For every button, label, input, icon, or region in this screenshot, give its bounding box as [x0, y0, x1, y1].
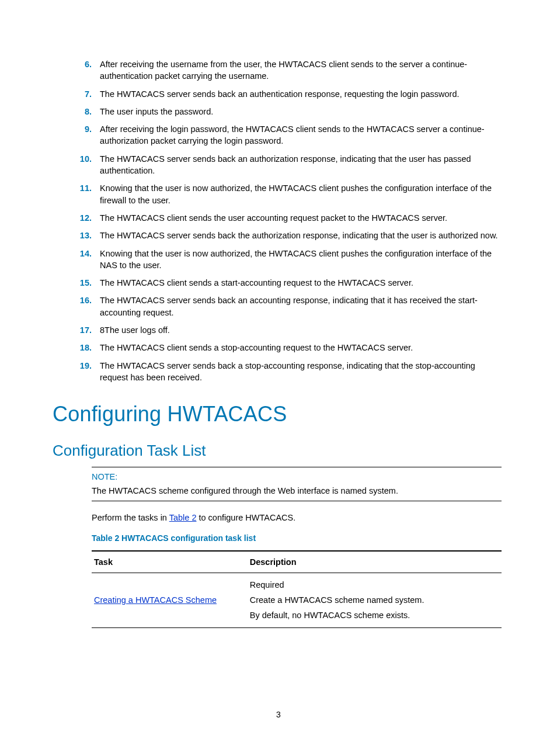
desc-line: By default, no HWTACACS scheme exists. [250, 609, 499, 621]
description-cell: Required Create a HWTACACS scheme named … [248, 573, 502, 627]
step-text: 8The user logs off. [100, 324, 502, 336]
step-text: Knowing that the user is now authorized,… [100, 182, 502, 206]
step-number: 9. [71, 123, 100, 147]
horizontal-rule [92, 467, 502, 467]
note-body: The HWTACACS scheme configured through t… [92, 485, 502, 497]
intro-paragraph: Perform the tasks in Table 2 to configur… [92, 512, 502, 523]
heading-configuring-hwtacacs: Configuring HWTACACS [53, 400, 502, 429]
note-box: NOTE: The HWTACACS scheme configured thr… [92, 467, 502, 501]
step-text: The HWTACACS client sends a start-accoun… [100, 277, 502, 289]
step-number: 15. [71, 277, 100, 289]
desc-line: Create a HWTACACS scheme named system. [250, 594, 499, 606]
list-item: 14. Knowing that the user is now authori… [55, 248, 502, 272]
table-caption: Table 2 HWTACACS configuration task list [92, 533, 502, 545]
intro-text: Perform the tasks in [92, 513, 169, 522]
step-text: The HWTACACS server sends back a stop-ac… [100, 360, 502, 384]
creating-scheme-link[interactable]: Creating a HWTACACS Scheme [94, 595, 217, 605]
step-number: 11. [71, 182, 100, 206]
configuration-task-table: Task Description Creating a HWTACACS Sch… [92, 550, 502, 628]
list-item: 9. After receiving the login password, t… [55, 123, 502, 147]
step-number: 12. [71, 212, 100, 224]
step-number: 8. [71, 106, 100, 117]
table-2-link[interactable]: Table 2 [169, 513, 197, 522]
step-text: The HWTACACS server sends back the autho… [100, 230, 502, 241]
step-text: The user inputs the password. [100, 106, 502, 117]
step-text: The HWTACACS client sends the user accou… [100, 212, 502, 224]
step-number: 19. [71, 360, 100, 384]
step-number: 10. [71, 153, 100, 177]
list-item: 18. The HWTACACS client sends a stop-acc… [55, 342, 502, 353]
step-text: After receiving the login password, the … [100, 123, 502, 147]
step-number: 18. [71, 342, 100, 353]
heading-configuration-task-list: Configuration Task List [53, 440, 502, 461]
task-cell: Creating a HWTACACS Scheme [92, 573, 248, 627]
col-header-task: Task [92, 551, 248, 573]
step-text: The HWTACACS server sends back an authen… [100, 88, 502, 100]
step-text: The HWTACACS server sends back an accoun… [100, 294, 502, 318]
step-number: 14. [71, 248, 100, 272]
step-number: 13. [71, 230, 100, 241]
note-title: NOTE: [92, 471, 502, 483]
page-number: 3 [0, 709, 557, 721]
list-item: 16. The HWTACACS server sends back an ac… [55, 294, 502, 318]
list-item: 10. The HWTACACS server sends back an au… [55, 153, 502, 177]
list-item: 13. The HWTACACS server sends back the a… [55, 230, 502, 241]
step-number: 17. [71, 324, 100, 336]
list-item: 17. 8The user logs off. [55, 324, 502, 336]
intro-text-after: to configure HWTACACS. [196, 513, 295, 522]
table-row: Creating a HWTACACS Scheme Required Crea… [92, 573, 502, 627]
list-item: 6. After receiving the username from the… [55, 58, 502, 82]
list-item: 19. The HWTACACS server sends back a sto… [55, 360, 502, 384]
step-number: 16. [71, 294, 100, 318]
col-header-description: Description [248, 551, 502, 573]
step-text: Knowing that the user is now authorized,… [100, 248, 502, 272]
document-page: 6. After receiving the username from the… [0, 0, 557, 756]
list-item: 15. The HWTACACS client sends a start-ac… [55, 277, 502, 289]
table-header-row: Task Description [92, 551, 502, 573]
list-item: 8. The user inputs the password. [55, 106, 502, 117]
step-text: After receiving the username from the us… [100, 58, 502, 82]
horizontal-rule [92, 501, 502, 501]
list-item: 7. The HWTACACS server sends back an aut… [55, 88, 502, 100]
list-item: 12. The HWTACACS client sends the user a… [55, 212, 502, 224]
list-item: 11. Knowing that the user is now authori… [55, 182, 502, 206]
step-text: The HWTACACS client sends a stop-account… [100, 342, 502, 353]
step-text: The HWTACACS server sends back an author… [100, 153, 502, 177]
ordered-steps-list: 6. After receiving the username from the… [55, 58, 502, 383]
step-number: 7. [71, 88, 100, 100]
step-number: 6. [71, 58, 100, 82]
desc-line: Required [250, 579, 499, 591]
